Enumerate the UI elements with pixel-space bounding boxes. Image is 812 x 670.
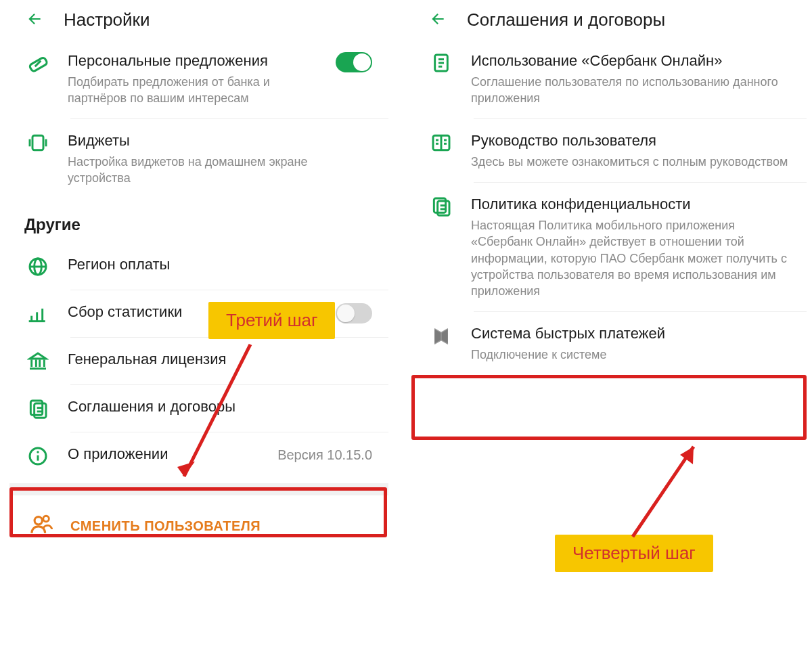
about-row[interactable]: О приложении Версия 10.15.0 bbox=[9, 432, 388, 479]
sbp-title: Система быстрых платежей bbox=[471, 323, 790, 344]
step3-callout: Третий шаг bbox=[208, 302, 335, 339]
widgets-title: Виджеты bbox=[68, 131, 372, 151]
sbo-usage-row[interactable]: Использование «Сбербанк Онлайн» Соглашен… bbox=[413, 39, 807, 118]
section-divider bbox=[9, 483, 388, 495]
svg-point-25 bbox=[43, 516, 49, 522]
manual-title: Руководство пользователя bbox=[471, 131, 790, 151]
section-other: Другие bbox=[9, 199, 388, 242]
sbp-highlight bbox=[411, 375, 807, 440]
settings-screen: Настройки Персональные предложения Подби… bbox=[9, 0, 388, 539]
agreements-icon bbox=[26, 397, 50, 420]
page-title: Настройки bbox=[64, 9, 150, 30]
info-icon bbox=[26, 444, 50, 467]
sbp-row[interactable]: Система быстрых платежей Подключение к с… bbox=[413, 311, 807, 375]
manual-sub: Здесь вы можете ознакомиться с полным ру… bbox=[471, 154, 790, 170]
agreements-screen: Соглашения и договоры Использование «Сбе… bbox=[413, 0, 807, 375]
stats-toggle[interactable] bbox=[336, 303, 372, 323]
svg-rect-2 bbox=[32, 136, 43, 150]
book-icon bbox=[429, 131, 453, 154]
widgets-icon bbox=[26, 131, 50, 154]
sbo-usage-title: Использование «Сбербанк Онлайн» bbox=[471, 51, 790, 71]
widgets-row[interactable]: Виджеты Настройка виджетов на домашнем э… bbox=[9, 118, 388, 198]
about-title: О приложении bbox=[68, 444, 260, 464]
back-icon[interactable] bbox=[26, 10, 43, 30]
svg-point-23 bbox=[37, 451, 39, 453]
globe-icon bbox=[26, 254, 50, 277]
bank-icon bbox=[26, 349, 50, 372]
payment-region-title: Регион оплаты bbox=[68, 254, 372, 275]
app-header: Соглашения и договоры bbox=[413, 0, 807, 39]
widgets-sub: Настройка виджетов на домашнем экране ус… bbox=[68, 154, 372, 187]
personal-offers-title: Персональные предложения bbox=[68, 51, 318, 71]
personal-offers-row[interactable]: Персональные предложения Подбирать предл… bbox=[9, 39, 388, 118]
svg-marker-43 bbox=[680, 447, 694, 464]
privacy-icon bbox=[429, 194, 453, 217]
privacy-row[interactable]: Политика конфиденциальности Настоящая По… bbox=[413, 182, 807, 311]
switch-user-button[interactable]: СМЕНИТЬ ПОЛЬЗОВАТЕЛЯ bbox=[9, 495, 388, 539]
agreements-row[interactable]: Соглашения и договоры bbox=[9, 384, 388, 432]
personal-offers-toggle[interactable] bbox=[336, 52, 372, 72]
page-title: Соглашения и договоры bbox=[467, 9, 665, 30]
personal-offers-sub: Подбирать предложения от банка и партнёр… bbox=[68, 74, 318, 107]
agreements-title: Соглашения и договоры bbox=[68, 397, 372, 417]
privacy-title: Политика конфиденциальности bbox=[471, 194, 790, 215]
app-header: Настройки bbox=[9, 0, 388, 39]
license-row[interactable]: Генеральная лицензия bbox=[9, 337, 388, 384]
offer-icon bbox=[26, 51, 50, 75]
back-icon[interactable] bbox=[429, 10, 447, 30]
document-icon bbox=[429, 51, 453, 74]
stats-icon bbox=[26, 302, 50, 325]
license-title: Генеральная лицензия bbox=[68, 349, 372, 370]
sbo-usage-sub: Соглашение пользователя по использованию… bbox=[471, 74, 790, 107]
privacy-sub: Настоящая Политика мобильного приложения… bbox=[471, 217, 790, 299]
payment-region-row[interactable]: Регион оплаты bbox=[9, 242, 388, 290]
manual-row[interactable]: Руководство пользователя Здесь вы можете… bbox=[413, 118, 807, 182]
svg-point-24 bbox=[35, 516, 42, 524]
switch-user-icon bbox=[30, 513, 53, 539]
step4-callout: Четвертый шаг bbox=[555, 535, 713, 572]
step4-arrow bbox=[623, 439, 717, 540]
sbp-sub: Подключение к системе bbox=[471, 347, 790, 363]
sbp-icon bbox=[429, 323, 453, 348]
switch-user-label: СМЕНИТЬ ПОЛЬЗОВАТЕЛЯ bbox=[70, 518, 261, 534]
svg-line-42 bbox=[633, 447, 694, 537]
app-version: Версия 10.15.0 bbox=[277, 447, 372, 463]
